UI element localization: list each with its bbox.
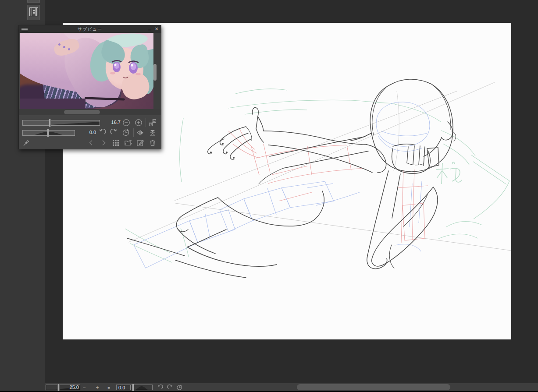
statusbar-rotation-value-box: 0.0 <box>116 385 131 390</box>
statusbar-rotation-slider-handle[interactable] <box>132 384 134 391</box>
subview-zoom-slider-handle[interactable] <box>49 119 51 127</box>
rotate-right-icon[interactable] <box>110 129 118 137</box>
reset-rotation-button[interactable] <box>176 385 182 391</box>
edit-icon[interactable] <box>136 139 144 147</box>
canvas-horizontal-scrollbar[interactable] <box>297 384 450 390</box>
subview-horizontal-scroll-track[interactable] <box>19 109 161 115</box>
fit-to-window-icon[interactable] <box>149 119 157 127</box>
reference-image[interactable] <box>20 33 153 109</box>
rotate-right-button[interactable] <box>167 385 173 391</box>
rotate-left-button[interactable] <box>157 385 163 391</box>
eyedropper-icon[interactable] <box>22 139 30 147</box>
subview-controls: 16.7 0.0 <box>19 115 161 149</box>
subview-vertical-scrollbar[interactable] <box>153 64 157 81</box>
zoom-out-button[interactable]: − <box>82 385 87 390</box>
actual-size-button[interactable]: ■ <box>106 385 111 390</box>
clip-studio-workspace: サブビュー – ✕ <box>0 0 538 392</box>
kanji-pillow-annotation <box>436 162 462 184</box>
zoom-out-icon[interactable] <box>122 119 130 127</box>
perspective-guides <box>128 82 511 251</box>
flip-horizontal-icon[interactable] <box>136 129 144 137</box>
pencil-figure-sketch <box>127 79 456 278</box>
subview-title: サブビュー <box>19 26 161 32</box>
two-page-layout-icon <box>29 7 39 18</box>
dock-button-partial[interactable] <box>27 0 40 3</box>
subview-palette: サブビュー – ✕ <box>18 25 161 149</box>
zoom-in-button[interactable]: + <box>95 385 100 390</box>
two-page-layout-button[interactable] <box>27 5 40 20</box>
minimize-button[interactable]: – <box>146 26 153 32</box>
reference-face-features <box>106 54 147 85</box>
statusbar-zoom-value: 25.0 <box>62 385 79 390</box>
subview-horizontal-scrollbar[interactable] <box>64 110 100 114</box>
close-button[interactable]: ✕ <box>153 26 160 32</box>
subview-rotation-slider-handle[interactable] <box>47 129 49 137</box>
subview-titlebar[interactable]: サブビュー – ✕ <box>19 25 161 33</box>
delete-icon[interactable] <box>149 139 157 147</box>
previous-image-icon[interactable] <box>87 139 95 147</box>
reset-rotation-icon[interactable] <box>122 129 130 137</box>
thumbnail-grid-icon[interactable] <box>112 139 120 147</box>
subview-zoom-value: 16.7 <box>107 120 121 125</box>
zoom-in-icon[interactable] <box>135 119 143 127</box>
open-file-icon[interactable] <box>124 139 132 147</box>
subview-zoom-slider[interactable] <box>22 120 100 126</box>
statusbar-rotation-value: 0.0 <box>118 385 125 390</box>
statusbar-zoom-slider-handle[interactable] <box>57 384 60 391</box>
reference-image-art <box>20 33 153 109</box>
flip-vertical-icon[interactable] <box>149 129 157 137</box>
next-image-icon[interactable] <box>100 139 107 147</box>
statusbar: 25.0 − + ■ 0.0 <box>45 383 538 391</box>
blue-construction-lines <box>134 102 430 268</box>
rotate-left-icon[interactable] <box>98 129 106 137</box>
subview-rotation-value: 0.0 <box>84 130 96 135</box>
